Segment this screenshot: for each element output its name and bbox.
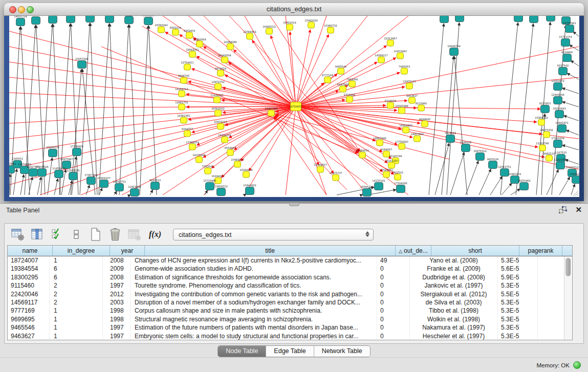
network-edge[interactable] (188, 81, 296, 106)
show-columns-button[interactable] (30, 227, 44, 242)
network-node[interactable] (418, 105, 425, 111)
network-edge[interactable] (296, 62, 377, 106)
network-edge[interactable] (9, 47, 296, 106)
network-node[interactable] (546, 155, 553, 161)
network-node[interactable] (399, 143, 405, 149)
column-header-name[interactable]: name (8, 246, 53, 256)
network-node[interactable] (324, 77, 331, 83)
network-node[interactable] (49, 16, 57, 24)
network-node[interactable] (186, 32, 193, 38)
network-node[interactable] (476, 153, 485, 161)
network-node[interactable] (377, 140, 383, 146)
network-node[interactable] (388, 162, 395, 168)
network-node[interactable] (328, 27, 334, 33)
network-node[interactable] (100, 180, 108, 188)
network-node[interactable] (78, 61, 86, 69)
network-edge[interactable] (37, 177, 41, 195)
network-node[interactable] (222, 57, 228, 63)
network-node[interactable] (214, 97, 221, 103)
network-edge[interactable] (296, 77, 579, 106)
network-node[interactable] (158, 27, 165, 33)
table-row[interactable]: 1456911722003Disruption of a novel membe… (8, 298, 572, 307)
network-edge[interactable] (429, 24, 444, 195)
network-edge[interactable] (296, 46, 387, 106)
network-node[interactable] (399, 107, 405, 114)
function-builder-button[interactable]: f(x) (149, 230, 161, 239)
network-edge[interactable] (571, 60, 579, 66)
network-node[interactable] (181, 77, 187, 83)
tab-node-table[interactable]: Node Table (218, 346, 266, 357)
network-node[interactable] (397, 185, 405, 193)
network-node[interactable] (543, 132, 550, 138)
network-node[interactable] (349, 81, 356, 87)
close-panel-icon[interactable]: ✕ (575, 206, 582, 213)
network-node[interactable] (333, 174, 339, 181)
network-node[interactable] (375, 183, 383, 190)
network-node[interactable] (266, 28, 273, 34)
column-header-short[interactable]: short (431, 246, 519, 256)
network-edge[interactable] (479, 169, 491, 195)
network-node[interactable] (547, 16, 555, 21)
network-edge[interactable] (573, 32, 579, 36)
network-edge[interactable] (296, 106, 387, 163)
network-edge[interactable] (566, 130, 579, 135)
network-node[interactable] (450, 48, 459, 56)
network-node[interactable] (86, 16, 95, 23)
network-node[interactable] (227, 43, 234, 50)
network-node[interactable] (73, 148, 81, 156)
network-canvas[interactable]: 1872400714055724206914061693919710352846… (9, 16, 579, 197)
table-mode-button[interactable] (69, 227, 83, 242)
network-edge[interactable] (565, 160, 579, 164)
network-node[interactable] (16, 18, 25, 26)
network-edge[interactable] (562, 102, 579, 107)
network-node[interactable] (144, 17, 153, 25)
network-node[interactable] (340, 86, 346, 92)
network-node[interactable] (130, 189, 139, 196)
network-edge[interactable] (490, 177, 502, 195)
network-node[interactable] (397, 53, 404, 59)
column-header-in-degree[interactable]: in_degree (53, 246, 110, 256)
network-node[interactable] (234, 161, 241, 167)
table-row[interactable]: 946554611997Estimation of the future num… (8, 323, 572, 332)
network-edge[interactable] (564, 116, 579, 121)
network-node[interactable] (530, 16, 538, 23)
network-edge[interactable] (290, 32, 296, 106)
network-node[interactable] (197, 41, 203, 47)
network-node[interactable] (541, 105, 550, 113)
network-node[interactable] (558, 125, 567, 133)
network-node[interactable] (189, 51, 196, 57)
network-node[interactable] (151, 182, 160, 190)
network-edge[interactable] (129, 25, 137, 195)
network-edge[interactable] (296, 30, 310, 106)
network-edge[interactable] (450, 152, 464, 195)
network-node[interactable] (215, 83, 222, 90)
network-node[interactable] (172, 29, 179, 35)
network-edge[interactable] (466, 161, 478, 195)
network-node[interactable] (414, 136, 421, 142)
table-row[interactable]: 2242004622012Investigating the contribut… (8, 290, 572, 298)
network-node[interactable] (317, 166, 324, 172)
network-node[interactable] (246, 187, 254, 195)
network-edge[interactable] (570, 45, 579, 51)
table-settings-button[interactable] (11, 227, 25, 242)
network-edge[interactable] (9, 77, 296, 106)
network-graph[interactable]: 1872400714055724206914061693919710352846… (9, 16, 579, 197)
network-edge[interactable] (48, 158, 52, 195)
network-node[interactable] (440, 16, 449, 23)
network-node[interactable] (217, 70, 224, 76)
table-row[interactable]: 969969511998Structural magnetic resonanc… (8, 315, 572, 323)
network-node[interactable] (563, 54, 572, 62)
network-node[interactable] (55, 170, 63, 178)
network-node[interactable] (538, 119, 545, 125)
network-node[interactable] (115, 184, 124, 191)
network-node[interactable] (572, 176, 580, 184)
network-edge[interactable] (562, 88, 579, 94)
network-node[interactable] (446, 135, 455, 143)
network-node[interactable] (346, 96, 353, 102)
select-columns-button[interactable] (50, 227, 63, 242)
tab-network-table[interactable]: Network Table (314, 346, 370, 357)
network-node[interactable] (217, 123, 224, 129)
network-node[interactable] (514, 16, 523, 22)
network-node[interactable] (206, 183, 214, 190)
network-edge[interactable] (511, 189, 520, 195)
